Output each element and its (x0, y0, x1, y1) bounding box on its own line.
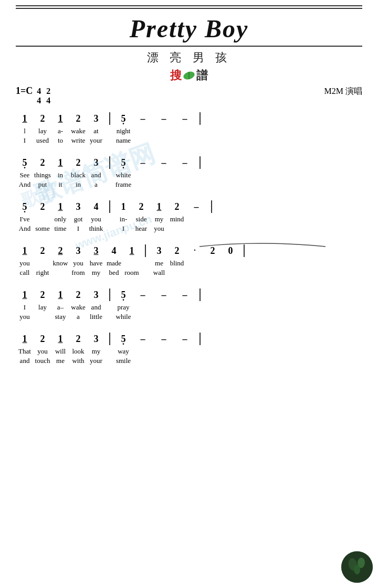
lyric: you (34, 347, 51, 356)
lyric: your (87, 136, 105, 145)
time-sig-1: 4 4 (37, 87, 41, 105)
lyric: my (87, 347, 105, 356)
lyric: while (114, 313, 132, 321)
note: – (174, 157, 195, 168)
note: 1 (51, 113, 69, 124)
lyric: lay (34, 127, 51, 135)
note: 3 (87, 157, 105, 168)
lyric: you (16, 313, 34, 321)
barline (109, 156, 110, 169)
lyric: put (34, 180, 51, 189)
note: 1 (16, 113, 34, 124)
note: 2 (69, 113, 87, 124)
note: 3 (69, 245, 87, 256)
note: 5 (114, 290, 132, 301)
section-2: 5 2 1 2 3 5 – – – See things in black an… (16, 153, 362, 190)
note: 2 (34, 113, 51, 124)
lyric: write (69, 136, 87, 145)
lyric: bed (105, 269, 123, 277)
lyric: And (16, 224, 34, 233)
lyric: l (16, 127, 34, 135)
note: 2 (69, 334, 87, 345)
lyric: will (51, 347, 69, 356)
note: 1 (16, 245, 34, 256)
lyric: me (51, 357, 69, 365)
lyric: stay (51, 313, 69, 321)
note: 5 (16, 201, 34, 212)
note: – (132, 113, 153, 124)
logo-area: 搜 譜 (16, 68, 362, 83)
lyric: and (87, 171, 105, 179)
lyrics-row-6a: That you will look my way (16, 346, 362, 356)
lyrics-row-4b: call right from my bed room wall (16, 268, 362, 277)
notes-row-3: 5 2 1 3 4 1 2 1 2 – (16, 200, 362, 214)
lyrics-row-4a: you know you have made me blind (16, 258, 362, 268)
lyric: I (114, 224, 132, 233)
note: 1 (51, 334, 69, 345)
note: 3 (69, 201, 87, 212)
lyric: room (123, 269, 141, 277)
lyric: got (69, 215, 87, 223)
main-title: Pretty Boy (16, 14, 362, 43)
section-6: 1 2 1 2 3 5 – – – That you will look my … (16, 329, 362, 366)
note: 3 (87, 334, 105, 345)
barline (109, 288, 110, 301)
notes-row-6: 1 2 1 2 3 5 – – – (16, 333, 362, 346)
barline (200, 156, 201, 169)
lyrics-row-3a: I've only got you in- side my mind (16, 214, 362, 223)
lyric: my (87, 269, 105, 277)
note: 2 (51, 245, 69, 256)
lyric: touch (34, 357, 51, 365)
lyric: I (16, 303, 34, 312)
lyric: wake (69, 303, 87, 312)
lyric: some (34, 224, 51, 233)
lyric: you (16, 259, 34, 268)
key-left: 1=C 4 4 2 4 (16, 85, 50, 105)
lyric: from (69, 269, 87, 277)
gap (16, 146, 362, 153)
lyric: look (69, 347, 87, 356)
lyric: black (69, 171, 87, 179)
section-4: 1 2 2 3 3 4 1 3 2 · 2 0 you know you hav… (16, 241, 362, 278)
lyric: have (87, 259, 105, 268)
lyric: in- (114, 215, 132, 223)
gap (16, 278, 362, 285)
lyric: blind (168, 259, 186, 268)
lyric: you (150, 224, 168, 233)
chinese-title-area: 漂 亮 男 孩 (16, 50, 362, 66)
logo-leaf-icon (182, 70, 196, 81)
lyrics-row-2b: And put it in a frame (16, 179, 362, 189)
note: 5 (114, 334, 132, 345)
note: – (174, 290, 195, 301)
lyric: a- (51, 127, 69, 135)
time-sig-2: 2 4 (46, 87, 50, 105)
note: 1 (51, 201, 69, 212)
lyric: things (34, 171, 51, 179)
barline (200, 288, 201, 301)
lyric: with (69, 357, 87, 365)
note: 1 (16, 334, 34, 345)
section-3: 5 2 1 3 4 1 2 1 2 – I've only got you in… (16, 197, 362, 234)
note: 3 (150, 245, 168, 256)
lyric: frame (114, 180, 132, 189)
lyric: made (105, 259, 123, 268)
logo-dark: 譜 (196, 68, 208, 83)
note: – (132, 157, 153, 168)
lyric: wake (69, 127, 87, 135)
lyrics-row-2a: See things in black and white (16, 170, 362, 179)
lyric: in (69, 180, 87, 189)
gap (16, 322, 362, 329)
notes-row-2: 5 2 1 2 3 5 – – – (16, 156, 362, 170)
barline (211, 200, 212, 213)
note: 5 (114, 113, 132, 124)
lyric: time (51, 224, 69, 233)
lyric: That (16, 347, 34, 356)
note: 1 (114, 201, 132, 212)
lyric: in (51, 171, 69, 179)
chinese-title: 漂 亮 男 孩 (147, 51, 232, 64)
lyric: to (51, 136, 69, 145)
barline (145, 244, 146, 257)
note: – (186, 201, 207, 212)
section-5: 1 2 1 2 3 5 – – – I lay a– wake and pray… (16, 285, 362, 322)
note: 2 (34, 290, 51, 301)
